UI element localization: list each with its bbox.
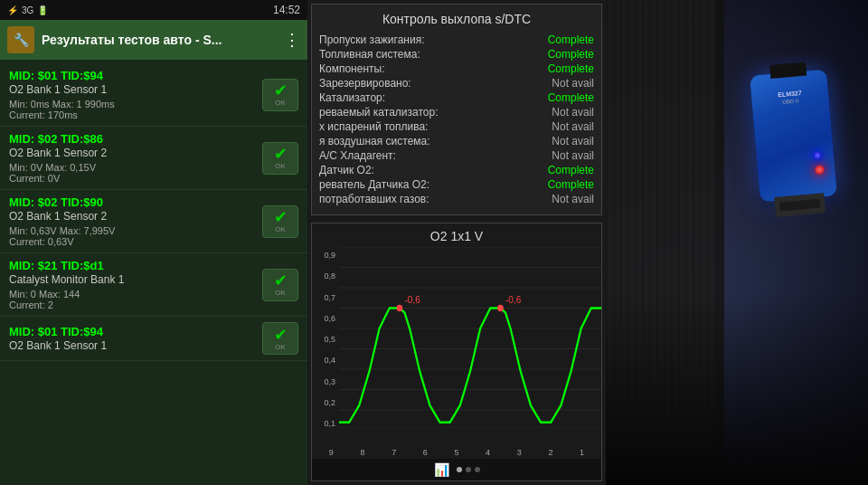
ok-label: OK: [275, 162, 286, 170]
dot-2: [466, 467, 471, 472]
sensor-mid: MID: $01 TID:$94: [9, 325, 262, 338]
exhaust-label: Катализатор:: [319, 91, 385, 104]
dot-indicators: [457, 467, 480, 472]
exhaust-row: Зарезервировано:Not avail: [319, 77, 594, 90]
exhaust-label: х испарений топлива:: [319, 120, 428, 133]
red-led-icon: [815, 165, 825, 175]
exhaust-row: Пропуски зажигания:Complete: [319, 33, 594, 46]
exhaust-value: Complete: [548, 48, 594, 61]
ok-badge: ✔ OK: [262, 142, 298, 175]
sensor-values: Min: 0,63V Max: 7,995V: [9, 225, 262, 236]
x-label-6: 6: [423, 448, 428, 457]
exhaust-value: Not avail: [552, 77, 594, 90]
menu-button[interactable]: ⋮: [284, 30, 300, 50]
signal-icon: 3G: [22, 5, 33, 15]
sensor-mid: MID: $01 TID:$94: [9, 69, 262, 82]
exhaust-value: Not avail: [552, 149, 594, 162]
exhaust-value: Complete: [548, 33, 594, 46]
exhaust-label: потработавших газов:: [319, 193, 429, 205]
exhaust-row: потработавших газов:Not avail: [319, 193, 594, 205]
x-label-1: 1: [580, 448, 584, 457]
chart-area: 0,9 0,8 0,7 0,6 0,5 0,4 0,3 0,2 0,1: [312, 247, 601, 446]
app-icon: 🔧: [7, 26, 34, 53]
sensor-name: O2 Bank 1 Sensor 1: [9, 339, 262, 352]
sensor-name: O2 Bank 1 Sensor 2: [9, 147, 262, 159]
table-row: MID: $02 TID:$90 O2 Bank 1 Sensor 2 Min:…: [0, 190, 307, 253]
table-row: MID: $01 TID:$94 O2 Bank 1 Sensor 1 Min:…: [0, 63, 307, 127]
chart-controls-icon[interactable]: 📊: [434, 462, 449, 477]
exhaust-row: Компоненты:Complete: [319, 62, 594, 75]
obd-top-connector: [769, 62, 807, 79]
sensor-info: MID: $01 TID:$94 O2 Bank 1 Sensor 1 Min:…: [9, 69, 262, 120]
table-row: MID: $01 TID:$94 O2 Bank 1 Sensor 1 ✔ OK: [0, 317, 307, 361]
exhaust-value: Not avail: [552, 193, 594, 205]
exhaust-row: Датчик О2:Complete: [319, 164, 594, 176]
y-label-0.8: 0,8: [316, 271, 335, 281]
chart-bottom-bar: 📊: [312, 459, 601, 480]
exhaust-row: реватель Датчика О2:Complete: [319, 178, 594, 191]
exhaust-value: Not avail: [552, 120, 594, 133]
sensor-name: O2 Bank 1 Sensor 2: [9, 210, 262, 223]
sensor-current: Current: 0V: [9, 173, 262, 184]
y-label-0.4: 0,4: [316, 356, 335, 365]
obd-port: [778, 199, 820, 212]
exhaust-label: реватель Датчика О2:: [319, 178, 429, 191]
exhaust-title: Контроль выхлопа s/DTC: [319, 12, 594, 26]
ok-badge: ✔ OK: [262, 322, 298, 355]
obd-device: ELM327 OBD II: [750, 70, 837, 203]
sensor-mid: MID: $02 TID:$90: [9, 195, 262, 209]
exhaust-value: Complete: [548, 178, 594, 191]
obd-label: ELM327 OBD II: [778, 90, 803, 105]
exhaust-label: Датчик О2:: [319, 164, 374, 176]
blue-led-icon: [814, 151, 822, 159]
exhaust-label: А/С Хладагент:: [319, 149, 396, 162]
app-header: 🔧 Результаты тестов авто - S... ⋮: [0, 20, 307, 60]
exhaust-label: Топливная система:: [319, 48, 420, 61]
exhaust-row: Топливная система:Complete: [319, 48, 594, 61]
sensor-info: MID: $02 TID:$90 O2 Bank 1 Sensor 2 Min:…: [9, 195, 262, 247]
chart-y-axis: 0,9 0,8 0,7 0,6 0,5 0,4 0,3 0,2 0,1: [312, 247, 339, 446]
exhaust-value: Complete: [548, 62, 594, 75]
chart-title: O2 1x1 V: [312, 223, 601, 247]
battery-icon: 🔋: [37, 5, 48, 15]
sensor-values: Min: 0 Max: 144: [9, 289, 262, 300]
x-label-7: 7: [392, 448, 396, 457]
exhaust-label: Пропуски зажигания:: [319, 33, 424, 46]
exhaust-label: я воздушная система:: [319, 135, 430, 147]
chart-x-axis: 9 8 7 6 5 4 3 2 1: [312, 446, 601, 459]
exhaust-label: Зарезервировано:: [319, 77, 411, 90]
time-display: 14:52: [273, 4, 300, 16]
right-panel: ELM327 OBD II: [606, 0, 868, 485]
sensor-values: Min: 0V Max: 0,15V: [9, 162, 262, 173]
wrench-icon: 🔧: [14, 33, 29, 47]
obd-device-wrapper: ELM327 OBD II: [755, 72, 832, 199]
middle-panel: Контроль выхлопа s/DTC Пропуски зажигани…: [307, 0, 606, 485]
sensor-info: MID: $01 TID:$94 O2 Bank 1 Sensor 1: [9, 325, 262, 352]
sensor-mid: MID: $02 TID:$86: [9, 132, 262, 146]
checkmark-icon: ✔: [274, 209, 288, 225]
x-label-8: 8: [360, 448, 364, 457]
status-bar: ⚡ 3G 🔋 14:52: [0, 0, 307, 20]
obd-photo: ELM327 OBD II: [606, 0, 868, 485]
y-label-0.2: 0,2: [316, 398, 335, 407]
x-label-2: 2: [548, 448, 552, 457]
left-panel: ⚡ 3G 🔋 14:52 🔧 Результаты тестов авто - …: [0, 0, 307, 485]
ok-badge: ✔ OK: [262, 79, 298, 111]
app-title: Результаты тестов авто - S...: [42, 33, 277, 47]
y-label-0.1: 0,1: [316, 419, 335, 428]
ok-badge: ✔ OK: [262, 269, 298, 301]
obd-brand-text: ELM327: [778, 90, 802, 98]
ok-label: OK: [275, 99, 286, 107]
sensor-list: MID: $01 TID:$94 O2 Bank 1 Sensor 1 Min:…: [0, 60, 307, 485]
exhaust-row: Катализатор:Complete: [319, 91, 594, 104]
sensor-current: Current: 0,63V: [9, 236, 262, 247]
exhaust-value: Not avail: [552, 135, 594, 147]
obd-model-text: OBD II: [778, 98, 803, 105]
x-label-3: 3: [517, 448, 522, 457]
checkmark-icon: ✔: [274, 82, 288, 99]
sensor-info: MID: $21 TID:$d1 Catalyst Monitor Bank 1…: [9, 259, 262, 310]
table-row: MID: $21 TID:$d1 Catalyst Monitor Bank 1…: [0, 253, 307, 317]
sensor-values: Min: 0ms Max: 1 990ms: [9, 99, 262, 109]
chart-section: O2 1x1 V 0,9 0,8 0,7 0,6 0,5 0,4 0,3 0,2…: [311, 223, 602, 481]
ok-label: OK: [275, 289, 286, 297]
